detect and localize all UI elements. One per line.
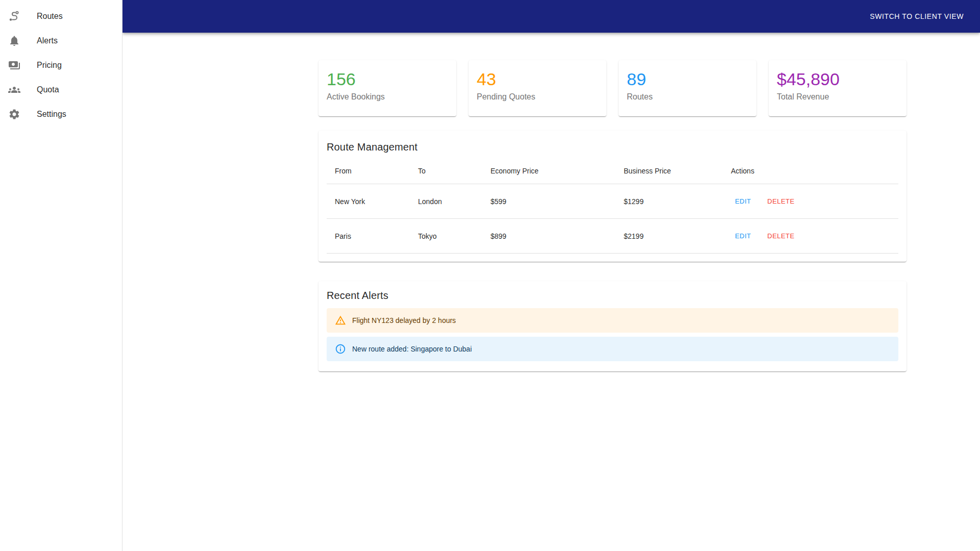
recent-alerts-card: Recent Alerts Flight NY123 delayed by 2 …	[318, 281, 906, 371]
delete-button[interactable]: DELETE	[763, 195, 798, 207]
stat-card-pending-quotes: 43 Pending Quotes	[469, 60, 606, 116]
info-alert: New route added: Singapore to Dubai	[327, 337, 898, 361]
alert-message: New route added: Singapore to Dubai	[352, 344, 472, 354]
cell-to: London	[410, 184, 482, 219]
sidebar-item-settings[interactable]: Settings	[0, 102, 122, 127]
table-row: New York London $599 $1299 EDIT DELETE	[327, 184, 898, 219]
stat-value: $45,890	[777, 69, 898, 90]
edit-button[interactable]: EDIT	[731, 195, 755, 207]
cell-business-price: $1299	[616, 184, 723, 219]
alert-message: Flight NY123 delayed by 2 hours	[352, 315, 456, 325]
sidebar-item-label: Pricing	[37, 59, 62, 71]
stat-card-total-revenue: $45,890 Total Revenue	[769, 60, 906, 116]
sidebar-item-routes[interactable]: Routes	[0, 4, 122, 29]
sidebar-item-pricing[interactable]: Pricing	[0, 53, 122, 78]
warning-alert: Flight NY123 delayed by 2 hours	[327, 308, 898, 333]
cell-to: Tokyo	[410, 219, 482, 254]
people-icon	[8, 84, 20, 96]
main-content: 156 Active Bookings 43 Pending Quotes 89…	[306, 33, 919, 384]
sidebar-item-label: Settings	[37, 108, 66, 120]
edit-button[interactable]: EDIT	[731, 230, 755, 242]
cell-from: Paris	[327, 219, 410, 254]
sidebar-item-alerts[interactable]: Alerts	[0, 29, 122, 53]
sidebar-item-label: Alerts	[37, 35, 58, 47]
stat-card-routes: 89 Routes	[619, 60, 756, 116]
cell-economy-price: $899	[482, 219, 616, 254]
sidebar-item-label: Quota	[37, 84, 59, 96]
column-header-actions: Actions	[723, 158, 898, 184]
route-icon	[8, 10, 20, 22]
switch-to-client-view-button[interactable]: SWITCH TO CLIENT VIEW	[866, 9, 968, 23]
stat-label: Routes	[627, 91, 748, 103]
stats-row: 156 Active Bookings 43 Pending Quotes 89…	[318, 60, 906, 116]
delete-button[interactable]: DELETE	[763, 230, 798, 242]
stat-card-active-bookings: 156 Active Bookings	[318, 60, 456, 116]
column-header-to: To	[410, 158, 482, 184]
stat-label: Total Revenue	[777, 91, 898, 103]
stat-value: 156	[327, 69, 448, 90]
stat-label: Active Bookings	[327, 91, 448, 103]
cell-from: New York	[327, 184, 410, 219]
stat-label: Pending Quotes	[477, 91, 598, 103]
app-bar: SWITCH TO CLIENT VIEW	[122, 0, 980, 33]
sidebar-item-label: Routes	[37, 10, 63, 22]
gear-icon	[8, 108, 20, 120]
cell-economy-price: $599	[482, 184, 616, 219]
warning-icon	[335, 315, 346, 326]
money-icon	[8, 59, 20, 71]
cell-business-price: $2199	[616, 219, 723, 254]
sidebar-item-quota[interactable]: Quota	[0, 78, 122, 102]
column-header-economy-price: Economy Price	[482, 158, 616, 184]
table-header-row: From To Economy Price Business Price Act…	[327, 158, 898, 184]
column-header-business-price: Business Price	[616, 158, 723, 184]
bell-icon	[8, 35, 20, 47]
stat-value: 89	[627, 69, 748, 90]
table-row: Paris Tokyo $899 $2199 EDIT DELETE	[327, 219, 898, 254]
stat-value: 43	[477, 69, 598, 90]
column-header-from: From	[327, 158, 410, 184]
route-management-card: Route Management From To Economy Price B…	[318, 131, 906, 262]
route-management-title: Route Management	[327, 139, 898, 155]
sidebar: Routes Alerts Pricing Quota	[0, 0, 122, 551]
info-icon	[335, 343, 346, 355]
recent-alerts-title: Recent Alerts	[327, 287, 898, 304]
routes-table: From To Economy Price Business Price Act…	[327, 158, 898, 254]
